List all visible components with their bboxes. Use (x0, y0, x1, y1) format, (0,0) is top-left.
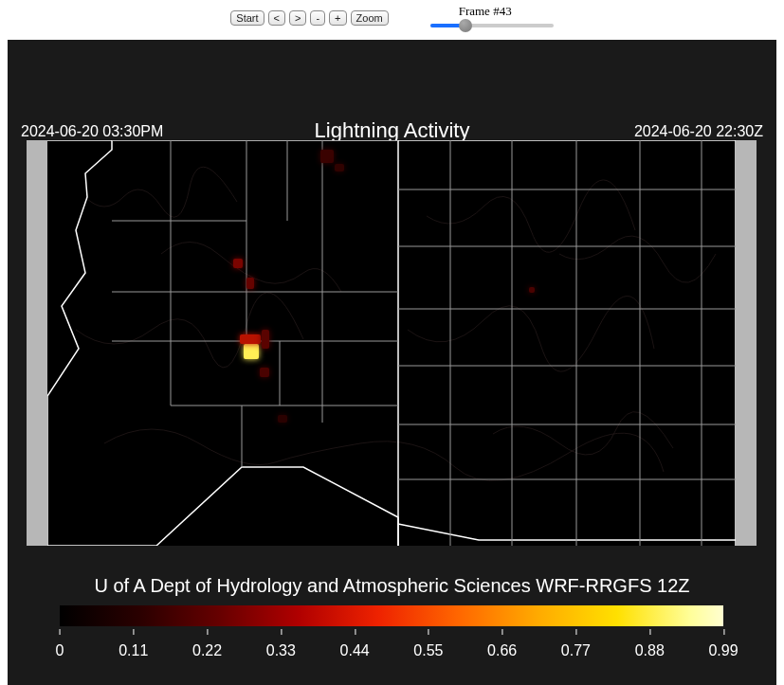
colorbar-tick: 0.11 (119, 642, 148, 659)
timestamp-utc: 2024-06-20 22:30Z (634, 123, 763, 140)
lightning-spot (244, 344, 259, 359)
prev-frame-button[interactable]: < (268, 10, 285, 26)
map-svg (47, 140, 736, 546)
timestamp-local: 2024-06-20 03:30PM (21, 123, 163, 140)
colorbar-tick: 0.33 (266, 642, 296, 659)
lightning-spot (240, 334, 261, 344)
topo-contours (76, 167, 716, 480)
colorbar-tick: 0 (56, 642, 64, 659)
state-borders (47, 140, 736, 546)
speed-down-button[interactable]: - (310, 10, 325, 26)
colorbar (60, 605, 723, 626)
colorbar-ticks: 00.110.220.330.440.550.660.770.880.99 (60, 629, 723, 667)
start-button[interactable]: Start (230, 10, 264, 26)
lightning-spot (529, 287, 535, 293)
visualization-panel: Lightning Activity 2024-06-20 03:30PM 20… (8, 40, 776, 685)
animation-toolbar: Start < > - + Zoom Frame #43 (0, 0, 784, 40)
lightning-spot (335, 164, 344, 171)
lightning-spot (233, 259, 243, 268)
lightning-spot (320, 150, 334, 163)
colorbar-tick: 0.88 (635, 642, 665, 659)
lightning-spot (278, 415, 287, 423)
county-borders-nm (398, 140, 736, 546)
speed-up-button[interactable]: + (329, 10, 346, 26)
colorbar-tick: 0.66 (487, 642, 517, 659)
colorbar-tick: 0.44 (340, 642, 370, 659)
next-frame-button[interactable]: > (289, 10, 306, 26)
lightning-spot (246, 278, 254, 289)
map-edge-right (736, 140, 757, 546)
frame-label: Frame #43 (459, 4, 512, 19)
zoom-button[interactable]: Zoom (351, 10, 389, 26)
colorbar-tick: 0.22 (192, 642, 222, 659)
colorbar-tick: 0.55 (413, 642, 443, 659)
credit-line: U of A Dept of Hydrology and Atmospheric… (8, 575, 776, 597)
slider-thumb[interactable] (459, 19, 472, 32)
county-borders-az (112, 140, 398, 467)
colorbar-tick: 0.99 (708, 642, 738, 659)
lightning-spot (260, 368, 269, 377)
lightning-spot (262, 330, 269, 349)
colorbar-tick: 0.77 (561, 642, 591, 659)
frame-slider[interactable] (430, 19, 554, 32)
map-edge-left (27, 140, 47, 546)
frame-indicator: Frame #43 (430, 4, 554, 32)
map-area (27, 140, 757, 546)
